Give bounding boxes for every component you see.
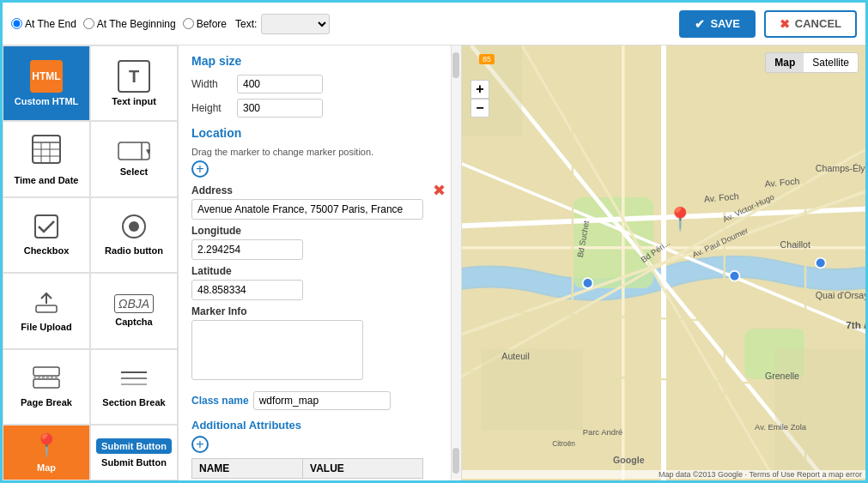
main-area: HTML Custom HTML T Text input (3, 45, 865, 480)
zoom-out-button[interactable]: − (470, 99, 489, 118)
width-row: Width (191, 75, 448, 94)
additional-title: Additional Attributes (191, 419, 448, 432)
sidebar-item-time-date[interactable]: Time and Date (3, 121, 90, 196)
sidebar-item-section-break[interactable]: Section Break (90, 349, 178, 425)
attribute-table: NAME VALUE (191, 458, 423, 479)
attr-col-name: NAME (192, 459, 303, 479)
form-panel: Map size Width Height Location Drag the … (179, 45, 462, 480)
section-break-icon (119, 365, 149, 394)
cancel-button[interactable]: ✖ CANCEL (764, 10, 857, 38)
checkbox-icon (33, 214, 59, 242)
check-icon: ✔ (695, 17, 705, 31)
add-location-button[interactable]: + (191, 160, 209, 178)
height-row: Height (191, 99, 448, 118)
classname-input[interactable] (253, 391, 391, 410)
map-marker[interactable]: 📍 (666, 206, 694, 232)
x-icon: ✖ (780, 17, 790, 31)
position-radio-group: At The End At The Beginning Before (11, 18, 227, 30)
radio-before-input[interactable] (183, 18, 194, 29)
radio-at-end[interactable]: At The End (11, 18, 76, 30)
height-input[interactable] (237, 99, 323, 118)
attr-table-header-row: NAME VALUE (192, 459, 423, 479)
svg-rect-12 (36, 305, 57, 312)
map-footer: Map data ©2013 Google · Terms of Use Rep… (462, 470, 865, 479)
map-panel: Av. Foch Av. Foch Champs-Élysées Av. Vic… (462, 45, 865, 480)
additional-section: Additional Attributes + NAME VALUE (191, 419, 448, 479)
width-label: Width (191, 78, 230, 90)
sidebar-item-label-time-date: Time and Date (15, 175, 79, 185)
sidebar-item-label-checkbox: Checkbox (24, 245, 70, 256)
svg-text:Auteuil: Auteuil (501, 351, 529, 361)
submit-icon: Submit Button (96, 438, 172, 454)
map-svg: Av. Foch Av. Foch Champs-Élysées Av. Vic… (462, 45, 865, 480)
cancel-label: CANCEL (795, 17, 841, 30)
svg-text:Champs-Élysées: Champs-Élysées (816, 163, 865, 173)
sidebar-item-checkbox[interactable]: Checkbox (3, 197, 90, 273)
svg-point-58 (816, 258, 826, 269)
text-dropdown-group: Text: (235, 14, 330, 34)
sidebar-item-label-submit: Submit Button (101, 457, 167, 468)
page-break-icon (32, 365, 61, 394)
svg-rect-39 (482, 349, 583, 430)
sidebar: HTML Custom HTML T Text input (3, 45, 179, 480)
radio-at-end-input[interactable] (11, 18, 22, 29)
sidebar-item-select[interactable]: ▼ Select (90, 121, 178, 196)
location-title: Location (191, 126, 448, 140)
radio-button-icon (121, 214, 147, 242)
sidebar-item-page-break[interactable]: Page Break (3, 349, 90, 425)
sidebar-item-label-map: Map (37, 462, 56, 473)
map-size-title: Map size (191, 54, 448, 68)
zoom-in-button[interactable]: + (470, 80, 489, 99)
sidebar-item-label-captcha: Captcha (115, 317, 152, 327)
satellite-btn[interactable]: Satellite (804, 53, 858, 72)
radio-at-beginning-label: At The Beginning (97, 18, 176, 30)
sidebar-item-label-text-input: Text input (112, 96, 156, 106)
marker-info-textarea[interactable] (191, 320, 363, 380)
svg-text:Citroën: Citroën (552, 440, 575, 448)
remove-button[interactable]: ✖ (433, 181, 446, 200)
longitude-input[interactable] (191, 239, 303, 260)
add-attribute-button[interactable]: + (191, 436, 209, 453)
save-label: SAVE (710, 17, 739, 30)
svg-point-11 (129, 221, 139, 232)
sidebar-item-label-custom-html: Custom HTML (15, 96, 79, 106)
radio-at-beginning[interactable]: At The Beginning (83, 18, 176, 30)
latitude-input[interactable] (191, 280, 303, 300)
radio-at-end-label: At The End (25, 18, 76, 30)
svg-rect-9 (35, 215, 58, 238)
svg-text:Quai d'Orsay: Quai d'Orsay (816, 290, 865, 300)
width-input[interactable] (237, 75, 323, 94)
sidebar-item-submit-button[interactable]: Submit Button Submit Button (90, 425, 178, 480)
text-dropdown-select[interactable] (261, 14, 330, 34)
zoom-controls: + − (470, 80, 489, 118)
sidebar-item-text-input[interactable]: T Text input (90, 45, 178, 121)
sidebar-item-label-upload: File Upload (21, 322, 71, 332)
sidebar-item-captcha[interactable]: ΩBJA Captcha (90, 273, 178, 348)
save-button[interactable]: ✔ SAVE (679, 10, 755, 38)
svg-point-57 (730, 271, 740, 281)
map-icon: 📍 (33, 432, 60, 459)
radio-at-beginning-input[interactable] (83, 18, 94, 29)
map-background: Av. Foch Av. Foch Champs-Élysées Av. Vic… (462, 45, 865, 480)
address-input[interactable] (191, 199, 423, 220)
marker-info-label: Marker Info (191, 305, 448, 317)
map-btn[interactable]: Map (766, 53, 804, 72)
upload-icon (33, 290, 59, 318)
hotel-pin: 85 (479, 54, 495, 64)
top-bar: At The End At The Beginning Before Text:… (3, 3, 865, 45)
scroll-thumb-bottom (452, 448, 459, 474)
sidebar-item-custom-html[interactable]: HTML Custom HTML (3, 45, 90, 121)
svg-rect-14 (33, 367, 59, 376)
sidebar-item-file-upload[interactable]: File Upload (3, 273, 90, 348)
svg-text:7th arr.: 7th arr. (846, 319, 865, 330)
svg-text:Google: Google (613, 455, 645, 465)
sidebar-item-radio-button[interactable]: Radio button (90, 197, 178, 273)
svg-text:Parc André: Parc André (583, 427, 623, 437)
longitude-label: Longitude (191, 225, 448, 237)
captcha-icon: ΩBJA (114, 294, 154, 313)
radio-before[interactable]: Before (183, 18, 227, 30)
scroll-indicator[interactable] (451, 45, 461, 480)
sidebar-item-label-section-break: Section Break (102, 397, 165, 408)
drag-instruction: Drag the marker to change marker positio… (191, 147, 448, 157)
sidebar-item-map[interactable]: 📍 Map (3, 425, 90, 480)
